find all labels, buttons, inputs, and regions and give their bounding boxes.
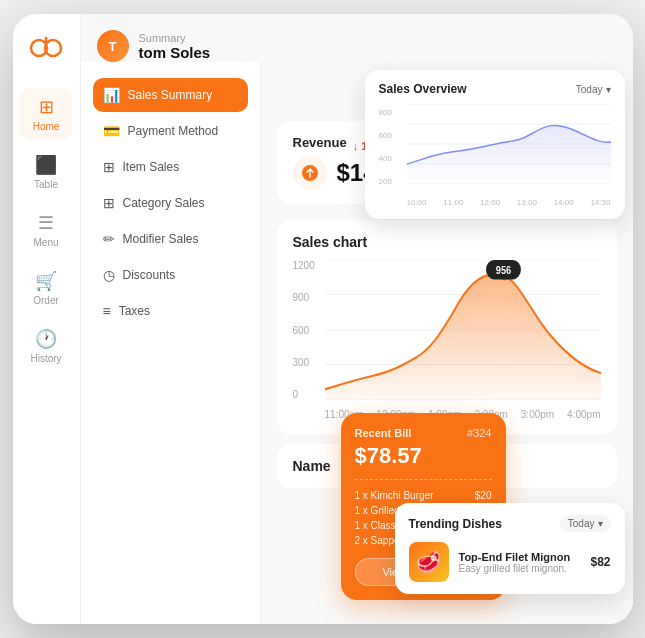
menu-item-taxes[interactable]: ≡ Taxes (93, 294, 248, 328)
menu-item-payment-method[interactable]: 💳 Payment Method (93, 114, 248, 148)
device-frame: ⊞ Home ⬛ Table ☰ Menu 🛒 Order 🕐 History … (13, 14, 633, 624)
discounts-icon: ◷ (103, 267, 115, 283)
dish-info-1: Top-End Filet Mignon Easy grilled filet … (459, 551, 581, 574)
user-avatar: T (97, 30, 129, 62)
chevron-down-icon: ▾ (606, 84, 611, 95)
bill-total: $78.57 (355, 443, 492, 469)
sidebar-label-order: Order (33, 295, 59, 306)
modifier-icon: ✏ (103, 231, 115, 247)
menu-item-modifier-sales[interactable]: ✏ Modifier Sales (93, 222, 248, 256)
menu-label-modifier: Modifier Sales (123, 232, 199, 246)
category-icon: ⊞ (103, 195, 115, 211)
sidebar-label-history: History (30, 353, 61, 364)
menu-item-item-sales[interactable]: ⊞ Item Sales (93, 150, 248, 184)
chart-title: Sales chart (293, 234, 601, 250)
menu-item-discounts[interactable]: ◷ Discounts (93, 258, 248, 292)
overview-header: Sales Overview Today ▾ (379, 82, 611, 96)
sidebar-item-order[interactable]: 🛒 Order (20, 262, 72, 314)
sidebar-item-table[interactable]: ⬛ Table (20, 146, 72, 198)
sidebar-label-menu: Menu (33, 237, 58, 248)
menu-label-item-sales: Item Sales (123, 160, 180, 174)
item-sales-icon: ⊞ (103, 159, 115, 175)
dish-desc-1: Easy grilled filet mignon. (459, 563, 581, 574)
bill-item-1-price: $20 (475, 490, 492, 501)
dish-image-1: 🥩 (409, 542, 449, 582)
table-icon: ⬛ (35, 154, 57, 176)
reports-sidebar: 📊 Sales Summary 💳 Payment Method ⊞ Item … (81, 62, 261, 624)
chart-section: Sales chart 1200 900 600 300 0 (277, 220, 617, 434)
dish-price-1: $82 (590, 555, 610, 569)
bill-item-1: 1 x Kimchi Burger $20 (355, 490, 492, 501)
dashboard-area: 📅 Last 7 days Revenue ↓ 10% (261, 62, 633, 624)
sales-overview-card: Sales Overview Today ▾ 800 600 400 200 (365, 70, 625, 219)
bill-item-1-name: 1 x Kimchi Burger (355, 490, 434, 501)
page-user-name: tom Soles (139, 44, 617, 61)
main-content: T Summary tom Soles 📊 Sales Summary 💳 Pa… (81, 14, 633, 624)
home-icon: ⊞ (39, 96, 54, 118)
trending-header: Trending Dishes Today ▾ (409, 515, 611, 532)
chart-svg-area: 956 (325, 260, 601, 400)
menu-label-payment: Payment Method (128, 124, 219, 138)
trending-title: Trending Dishes (409, 517, 502, 531)
trending-chevron-icon: ▾ (598, 518, 603, 529)
menu-item-category-sales[interactable]: ⊞ Category Sales (93, 186, 248, 220)
trending-filter-label: Today (568, 518, 595, 529)
overview-x-labels: 10:00 11:00 12:00 13:00 14:00 14:30 (379, 198, 611, 207)
trending-filter-button[interactable]: Today ▾ (560, 515, 611, 532)
menu-label-sales-summary: Sales Summary (128, 88, 213, 102)
history-icon: 🕐 (35, 328, 57, 350)
payment-icon: 💳 (103, 123, 120, 139)
chart-container: 1200 900 600 300 0 (293, 260, 601, 420)
menu-icon: ☰ (38, 212, 54, 234)
menu-label-taxes: Taxes (119, 304, 150, 318)
sidebar-label-home: Home (33, 121, 60, 132)
overview-filter-label: Today (576, 84, 603, 95)
order-icon: 🛒 (35, 270, 57, 292)
trending-dishes-card: Trending Dishes Today ▾ 🥩 Top-End Filet … (395, 503, 625, 594)
sidebar-label-table: Table (34, 179, 58, 190)
bill-number: #324 (467, 427, 491, 439)
menu-label-discounts: Discounts (123, 268, 176, 282)
bill-title: Recent Bill (355, 427, 412, 439)
sales-summary-icon: 📊 (103, 87, 120, 103)
menu-item-sales-summary[interactable]: 📊 Sales Summary (93, 78, 248, 112)
chart-y-labels: 1200 900 600 300 0 (293, 260, 315, 400)
menu-label-category: Category Sales (123, 196, 205, 210)
dish-item-1: 🥩 Top-End Filet Mignon Easy grilled file… (409, 542, 611, 582)
overview-filter-button[interactable]: Today ▾ (576, 84, 611, 95)
page-header: T Summary tom Soles (81, 14, 633, 62)
revenue-label: Revenue (293, 135, 347, 150)
sidebar: ⊞ Home ⬛ Table ☰ Menu 🛒 Order 🕐 History (13, 14, 81, 624)
page-subtitle: Summary (139, 32, 617, 44)
overview-title: Sales Overview (379, 82, 467, 96)
sidebar-item-history[interactable]: 🕐 History (20, 320, 72, 372)
svg-text:956: 956 (495, 264, 511, 276)
dish-name-1: Top-End Filet Mignon (459, 551, 581, 563)
reports-panel: 📊 Sales Summary 💳 Payment Method ⊞ Item … (81, 62, 633, 624)
taxes-icon: ≡ (103, 303, 111, 319)
overview-chart (379, 104, 611, 194)
bill-header: Recent Bill #324 (355, 427, 492, 439)
app-logo[interactable] (26, 30, 66, 70)
revenue-icon (293, 156, 327, 190)
sidebar-item-home[interactable]: ⊞ Home (20, 88, 72, 140)
sidebar-item-menu[interactable]: ☰ Menu (20, 204, 72, 256)
bill-divider (355, 479, 492, 480)
